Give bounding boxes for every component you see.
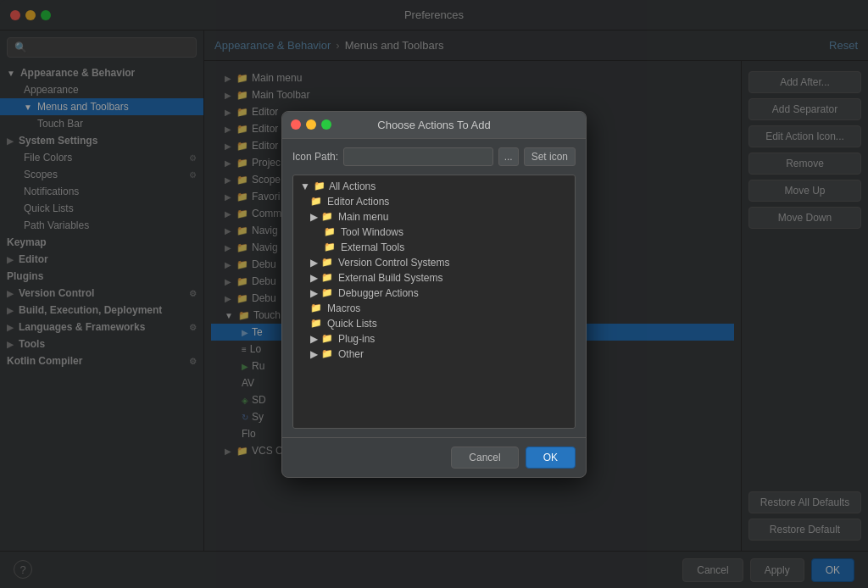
modal-footer: Cancel OK bbox=[282, 437, 586, 477]
folder-icon: 📁 bbox=[314, 180, 326, 191]
folder-icon: 📁 bbox=[310, 318, 322, 329]
arrow-icon: ▶ bbox=[310, 272, 318, 284]
modal-tree-editor-actions[interactable]: 📁 Editor Actions bbox=[293, 194, 575, 209]
folder-icon: 📁 bbox=[321, 287, 333, 298]
modal-title: Choose Actions To Add bbox=[377, 119, 490, 131]
icon-path-browse-button[interactable]: ... bbox=[498, 147, 519, 166]
modal-body: Icon Path: ... Set icon ▼ 📁 All Actions … bbox=[282, 139, 586, 437]
modal-close-button[interactable] bbox=[291, 119, 301, 130]
icon-path-input[interactable] bbox=[343, 147, 493, 166]
folder-icon: 📁 bbox=[321, 211, 333, 222]
folder-icon: 📁 bbox=[324, 226, 336, 237]
modal-tree-external-build[interactable]: ▶ 📁 External Build Systems bbox=[293, 270, 575, 286]
folder-icon: 📁 bbox=[324, 241, 336, 252]
arrow-icon: ▶ bbox=[310, 257, 318, 269]
modal-ok-button[interactable]: OK bbox=[526, 447, 576, 469]
folder-icon: 📁 bbox=[310, 302, 322, 313]
folder-icon: 📁 bbox=[321, 272, 333, 283]
modal-minimize-button[interactable] bbox=[306, 119, 316, 130]
modal-traffic-lights bbox=[291, 119, 331, 130]
arrow-icon: ▶ bbox=[310, 333, 318, 345]
folder-icon: 📁 bbox=[321, 348, 333, 359]
choose-actions-modal: Choose Actions To Add Icon Path: ... Set… bbox=[281, 111, 587, 478]
modal-titlebar: Choose Actions To Add bbox=[282, 112, 586, 139]
modal-tree-debugger-actions[interactable]: ▶ 📁 Debugger Actions bbox=[293, 286, 575, 301]
modal-overlay: Choose Actions To Add Icon Path: ... Set… bbox=[0, 0, 868, 588]
arrow-icon: ▶ bbox=[310, 211, 318, 223]
modal-tree-plugins[interactable]: ▶ 📁 Plug-ins bbox=[293, 331, 575, 347]
icon-path-row: Icon Path: ... Set icon bbox=[292, 147, 576, 166]
folder-icon: 📁 bbox=[321, 333, 333, 344]
modal-tree-quick-lists[interactable]: 📁 Quick Lists bbox=[293, 316, 575, 331]
modal-tree-other[interactable]: ▶ 📁 Other bbox=[293, 347, 575, 362]
modal-tree-all-actions[interactable]: ▼ 📁 All Actions bbox=[293, 179, 575, 194]
modal-tree-external-tools[interactable]: 📁 External Tools bbox=[293, 240, 575, 255]
modal-tree-tool-windows[interactable]: 📁 Tool Windows bbox=[293, 225, 575, 240]
modal-cancel-button[interactable]: Cancel bbox=[451, 447, 518, 469]
arrow-icon: ▶ bbox=[310, 287, 318, 299]
icon-path-label: Icon Path: bbox=[292, 151, 338, 163]
modal-tree: ▼ 📁 All Actions 📁 Editor Actions ▶ 📁 Mai… bbox=[292, 175, 576, 429]
arrow-icon: ▶ bbox=[310, 348, 318, 360]
modal-tree-macros[interactable]: 📁 Macros bbox=[293, 301, 575, 316]
folder-icon: 📁 bbox=[310, 196, 322, 207]
arrow-icon: ▼ bbox=[300, 180, 310, 192]
modal-tree-main-menu[interactable]: ▶ 📁 Main menu bbox=[293, 209, 575, 225]
set-icon-button[interactable]: Set icon bbox=[524, 147, 576, 166]
modal-maximize-button[interactable] bbox=[321, 119, 331, 130]
folder-icon: 📁 bbox=[321, 257, 333, 268]
modal-tree-vcs[interactable]: ▶ 📁 Version Control Systems bbox=[293, 255, 575, 270]
